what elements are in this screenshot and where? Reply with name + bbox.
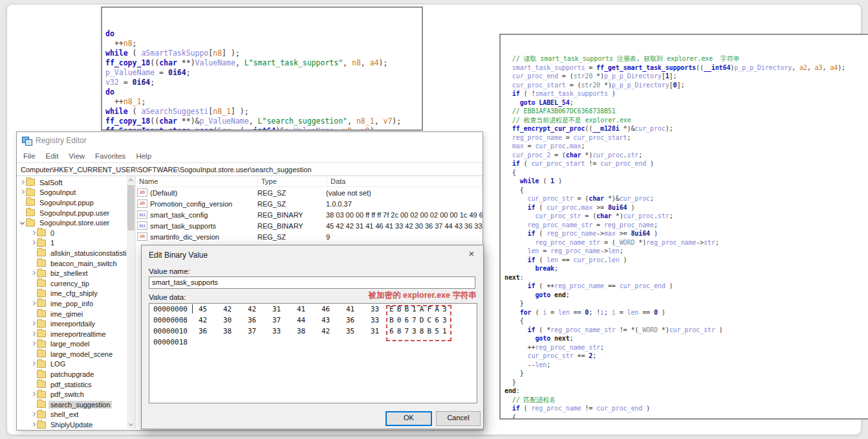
ascii-char: B (404, 304, 409, 315)
close-icon[interactable]: × (465, 248, 478, 259)
hex-byte: 38 (223, 326, 232, 337)
tree-item-large_model_scene[interactable]: large_model_scene (17, 349, 127, 359)
tree-item-large_model[interactable]: large_model (17, 339, 127, 350)
ascii-char: 6 (404, 315, 409, 326)
tree-item-pdf_statistics[interactable]: pdf_statistics (17, 379, 127, 390)
chevron-right-icon[interactable] (30, 391, 37, 398)
chevron-down-icon[interactable] (19, 220, 26, 226)
chevron-right-icon[interactable] (30, 422, 37, 428)
tree-item-ShiplyUpdate[interactable]: ShiplyUpdate (17, 420, 127, 429)
column-header-data[interactable]: Data (327, 176, 483, 187)
values-rows: ab(Default)REG_SZ(value not set)abPromot… (136, 187, 483, 242)
menu-item-help[interactable]: Help (131, 149, 157, 163)
chevron-right-icon[interactable] (30, 300, 37, 307)
hex-byte: 42 (248, 304, 256, 315)
tree-item-1[interactable]: 1 (17, 238, 127, 249)
tree-item-currency_tip[interactable]: currency_tip (17, 278, 127, 289)
tree-scrollbar[interactable] (127, 176, 135, 429)
tree-item-label: allskin_statusiconstatistics (49, 249, 127, 257)
code-line: cur_proc_str = (char *)&cur_proc; (505, 194, 866, 203)
encrypted-string-annotation: 被加密的 explorer.exe 字符串 (369, 290, 477, 301)
tree-item-imereportdaily[interactable]: imereportdaily (17, 319, 127, 329)
menu-item-file[interactable]: File (18, 149, 41, 163)
ascii-char: B (428, 326, 432, 337)
chevron-right-icon[interactable] (19, 179, 26, 186)
menu-item-edit[interactable]: Edit (41, 149, 64, 163)
cancel-button[interactable]: Cancel (436, 411, 481, 426)
tree-item-label: SogouInput.ppup.user (38, 209, 111, 217)
tree-item-shell_ext[interactable]: shell_ext (17, 410, 127, 420)
chevron-right-icon[interactable] (19, 189, 26, 196)
tree-item-label: ime_pop_info (49, 300, 95, 308)
ascii-char: F (428, 304, 432, 315)
column-header-name[interactable]: Name (136, 176, 258, 187)
chevron-right-icon[interactable] (30, 240, 37, 246)
hex-byte: 33 (272, 326, 281, 337)
chevron-right-icon[interactable] (30, 411, 37, 418)
hex-byte: 37 (248, 326, 256, 337)
tree-spacer (30, 260, 37, 267)
address-bar[interactable]: Computer\HKEY_CURRENT_USER\SOFTWARE\Sogo… (17, 163, 483, 176)
tree-item-SogouInput.store.user[interactable]: SogouInput.store.user (17, 218, 127, 228)
menu-item-view[interactable]: View (63, 149, 90, 163)
menu-item-favorites[interactable]: Favorites (90, 149, 131, 163)
tree-spacer (30, 250, 37, 256)
folder-icon (37, 391, 46, 398)
value-type: REG_BINARY (257, 211, 326, 219)
tree-item-ime_qimei[interactable]: ime_qimei (17, 309, 127, 319)
scroll-down-icon[interactable] (127, 420, 135, 429)
tree-item-LOG[interactable]: LOG (17, 359, 127, 370)
tree-item-ime_pop_info[interactable]: ime_pop_info (17, 298, 127, 309)
chevron-right-icon[interactable] (30, 341, 37, 347)
hex-row-00000000: 000000004542423141464133EBB1AFA3 (149, 304, 477, 315)
tree-item-ime_cfg_shiply[interactable]: ime_cfg_shiply (17, 289, 127, 299)
tree-item-0[interactable]: 0 (17, 228, 127, 238)
tree-item-label: beacon_main_switch (49, 260, 119, 267)
hex-address: 00000000 (153, 304, 188, 315)
value-row-Promotion_config_version[interactable]: abPromotion_config_versionREG_SZ1.0.0.37 (136, 198, 483, 209)
tree-item-search_suggestion[interactable]: search_suggestion (17, 400, 127, 410)
tree-item-SogouInput.ppup.user[interactable]: SogouInput.ppup.user (17, 208, 127, 218)
reg-sz-icon: ab (137, 188, 147, 197)
value-row-smartinfo_dic_version[interactable]: absmartinfo_dic_versionREG_SZ9 (136, 231, 483, 242)
tree-item-patchupgrade[interactable]: patchupgrade (17, 369, 127, 379)
folder-icon (37, 310, 46, 317)
tree-item-allskin_statusiconstatistics[interactable]: allskin_statusiconstatistics (17, 248, 127, 258)
code-line: ++reg_proc_name_str; (505, 343, 866, 352)
tree-item-imereportrealtime[interactable]: imereportrealtime (17, 329, 127, 339)
chevron-right-icon[interactable] (30, 361, 37, 367)
tree-item-SalSoft[interactable]: SalSoft (17, 177, 127, 188)
tree-item-SogouInput.ppup[interactable]: SogouInput.ppup (17, 197, 127, 208)
chevron-right-icon[interactable] (30, 270, 37, 276)
scrollbar-thumb[interactable] (127, 185, 135, 231)
tree-item-label: ime_cfg_shiply (49, 289, 100, 297)
value-row-smart_task_supports[interactable]: 011smart_task_supportsREG_BINARY45 42 42… (136, 220, 483, 231)
chevron-right-icon[interactable] (30, 331, 37, 337)
value-name-field[interactable]: smart_task_supports (149, 276, 475, 289)
dialog-title: Edit Binary Value (149, 251, 208, 260)
text-caret (192, 304, 193, 313)
tree-item-SogouInput[interactable]: SogouInput (17, 188, 127, 198)
tree-item-biz_shellext[interactable]: biz_shellext (17, 268, 127, 278)
tree-item-pdf_switch[interactable]: pdf_switch (17, 389, 127, 400)
value-row-(Default)[interactable]: ab(Default)REG_SZ(value not set) (136, 187, 483, 198)
code-line: p_ValueName = 0i64; (105, 68, 418, 78)
ok-button[interactable]: OK (385, 411, 432, 426)
window-title: Registry Editor (36, 136, 87, 145)
tree-item-beacon_main_switch[interactable]: beacon_main_switch (17, 258, 127, 269)
chevron-right-icon[interactable] (30, 230, 37, 236)
code-line: len = reg_proc_name->len; (505, 247, 866, 256)
folder-icon (37, 260, 46, 267)
hex-byte: 37 (272, 315, 281, 326)
hex-address: 00000018 (153, 337, 188, 348)
hex-byte: 42 (223, 304, 232, 315)
ascii-char: 1 (442, 326, 447, 337)
column-header-type[interactable]: Type (258, 176, 327, 187)
registry-app-icon (22, 137, 32, 145)
hex-editor[interactable]: 000000004542423141464133EBB1AFA300000008… (149, 303, 477, 403)
chevron-right-icon[interactable] (30, 321, 37, 327)
scroll-up-icon[interactable] (127, 176, 135, 185)
code-line: { (505, 168, 866, 177)
title-bar[interactable]: Registry Editor (17, 132, 483, 149)
value-row-smart_task_config[interactable]: 011smart_task_configREG_BINARY38 03 00 0… (136, 209, 483, 220)
